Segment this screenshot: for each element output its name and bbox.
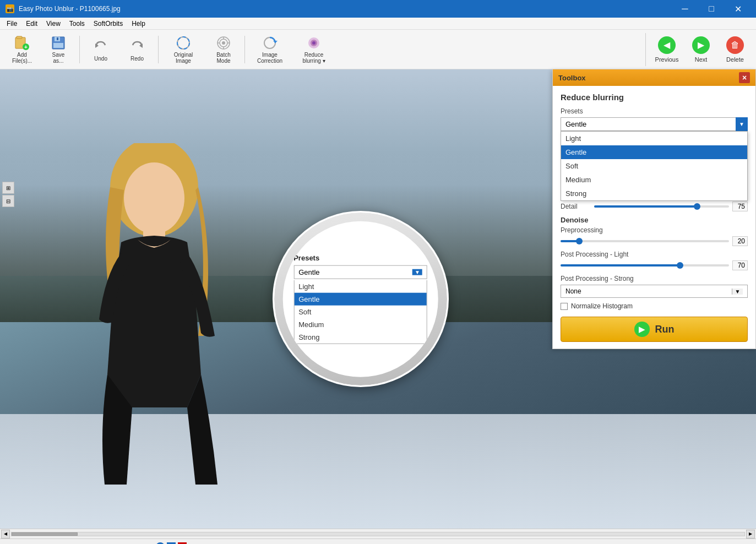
- maximize-button[interactable]: □: [699, 0, 724, 18]
- post-strong-select[interactable]: None ▼: [561, 285, 748, 298]
- previous-label: Previous: [655, 56, 679, 63]
- zoom-control-1[interactable]: ⊞: [2, 182, 14, 194]
- youtube-icon: ▶: [178, 542, 187, 545]
- menu-softorbits[interactable]: SoftOrbits: [89, 18, 127, 29]
- zoom-control-2[interactable]: ⊟: [2, 195, 14, 207]
- toolbar-sep-3: [244, 36, 245, 63]
- delete-icon: 🗑: [726, 36, 744, 54]
- post-strong-label: Post Processing - Strong: [561, 275, 748, 282]
- toolbox-close-button[interactable]: ×: [739, 72, 750, 83]
- post-strong-arrow[interactable]: ▼: [732, 289, 743, 295]
- batch-mode-icon: [215, 35, 232, 51]
- post-light-value: 70: [732, 260, 748, 270]
- preset-dropdown-arrow[interactable]: ▼: [736, 117, 748, 131]
- reduce-blurring-label: Reduce blurring ▾: [302, 52, 325, 64]
- close-button[interactable]: ✕: [725, 0, 750, 18]
- add-files-button[interactable]: + Add File(s)...: [4, 33, 40, 66]
- toolbar: + Add File(s)... Save as...: [0, 30, 756, 69]
- delete-label: Delete: [726, 56, 744, 63]
- normalize-label: Normalize Histogram: [571, 302, 633, 310]
- menu-view[interactable]: View: [42, 18, 65, 29]
- toolbox-title: Toolbox: [558, 74, 586, 82]
- denoise-title: Denoise: [561, 216, 748, 224]
- undo-button[interactable]: Undo: [83, 33, 118, 66]
- svg-text:+: +: [24, 44, 28, 50]
- scroll-thumb[interactable]: [12, 532, 78, 536]
- presets-label: Presets: [561, 107, 748, 115]
- toolbox-panel: Toolbox × Reduce blurring Presets Gentle…: [552, 69, 756, 349]
- preset-option-soft[interactable]: Soft: [561, 159, 747, 173]
- preprocessing-label: Preprocessing: [561, 226, 748, 234]
- menu-edit[interactable]: Edit: [21, 18, 42, 29]
- preset-selected-value: Gentle: [565, 120, 586, 128]
- menu-help[interactable]: Help: [127, 18, 150, 29]
- main-content: Presets Gentle ▼ Light Gentle Soft Mediu…: [0, 69, 756, 529]
- post-light-slider-row: 70: [561, 260, 748, 270]
- reduce-blurring-button[interactable]: Reduce blurring ▾: [292, 33, 335, 66]
- scroll-track[interactable]: [11, 532, 745, 536]
- delete-button[interactable]: 🗑 Delete: [719, 33, 752, 66]
- save-icon: [50, 35, 67, 51]
- redo-button[interactable]: Redo: [119, 33, 155, 66]
- info-icon: i: [156, 542, 165, 545]
- post-light-label: Post Processing - Light: [561, 251, 748, 258]
- preprocessing-thumb[interactable]: [576, 238, 583, 244]
- toolbar-nav: ◀ Previous ▶ Next 🗑 Delete: [645, 33, 752, 66]
- batch-mode-label: Batch Mode: [216, 52, 231, 64]
- original-image-icon: [175, 35, 192, 51]
- image-correction-icon: [261, 35, 279, 51]
- batch-mode-button[interactable]: Batch Mode: [206, 33, 241, 66]
- original-image-button[interactable]: Original Image: [162, 33, 205, 66]
- detail-track[interactable]: [594, 205, 729, 208]
- preset-select[interactable]: Gentle: [561, 117, 748, 131]
- magnifier-content: Presets Gentle ▼ Light Gentle Soft Mediu…: [274, 213, 447, 385]
- titlebar: 📷 Easy Photo Unblur - P1100665.jpg ─ □ ✕: [0, 0, 756, 18]
- statusbar: 1:1 | Time (s): 0.1 | JPG (3264x2448x24)…: [0, 538, 756, 544]
- toolbox-section-title: Reduce blurring: [561, 93, 748, 102]
- window-title: Easy Photo Unblur - P1100665.jpg: [19, 5, 121, 13]
- minimize-button[interactable]: ─: [672, 0, 698, 18]
- toolbox-body: Reduce blurring Presets Gentle ▼ Light G…: [553, 86, 755, 349]
- run-button[interactable]: ▶ Run: [561, 317, 748, 342]
- menu-file[interactable]: File: [2, 18, 21, 29]
- image-correction-button[interactable]: Image Correction: [248, 33, 291, 66]
- info-icons: i f ▶: [156, 542, 187, 545]
- add-files-icon: +: [13, 35, 31, 51]
- preset-option-medium[interactable]: Medium: [561, 173, 747, 187]
- post-light-track[interactable]: [561, 264, 729, 266]
- menu-tools[interactable]: Tools: [65, 18, 89, 29]
- previous-icon: ◀: [658, 36, 676, 54]
- image-correction-label: Image Correction: [257, 52, 282, 64]
- menubar: File Edit View Tools SoftOrbits Help: [0, 18, 756, 30]
- scroll-right-button[interactable]: ▶: [746, 530, 755, 538]
- preset-option-strong[interactable]: Strong: [561, 187, 747, 200]
- save-as-button[interactable]: Save as...: [41, 33, 76, 66]
- svg-marker-20: [273, 41, 278, 43]
- post-light-thumb[interactable]: [677, 262, 683, 269]
- add-files-label: Add File(s)...: [12, 52, 32, 64]
- window-controls: ─ □ ✕: [672, 0, 750, 18]
- toolbar-sep-2: [158, 36, 159, 63]
- app-icon: 📷: [6, 4, 14, 13]
- previous-button[interactable]: ◀ Previous: [650, 33, 683, 66]
- preset-option-light[interactable]: Light: [561, 132, 747, 145]
- toolbar-edit-group: Undo Redo: [83, 33, 155, 66]
- share-icon: f: [167, 542, 176, 545]
- run-label: Run: [655, 324, 675, 335]
- scroll-left-button[interactable]: ◀: [1, 530, 10, 538]
- detail-slider-row: Detail 75: [561, 202, 748, 211]
- detail-thumb[interactable]: [694, 203, 700, 210]
- titlebar-left: 📷 Easy Photo Unblur - P1100665.jpg: [6, 4, 121, 13]
- left-panel: ⊞ ⊟: [0, 179, 17, 209]
- next-icon: ▶: [692, 36, 710, 54]
- preset-option-gentle[interactable]: Gentle: [561, 145, 747, 159]
- toolbox-header: Toolbox ×: [553, 69, 755, 86]
- svg-rect-7: [57, 37, 58, 40]
- run-icon: ▶: [634, 322, 650, 337]
- preset-dropdown-list: Light Gentle Soft Medium Strong: [561, 131, 748, 201]
- original-image-label: Original Image: [174, 52, 193, 64]
- next-button[interactable]: ▶ Next: [684, 33, 717, 66]
- normalize-checkbox[interactable]: [561, 303, 568, 310]
- preprocessing-track[interactable]: [561, 240, 729, 242]
- preprocessing-fill: [561, 240, 578, 242]
